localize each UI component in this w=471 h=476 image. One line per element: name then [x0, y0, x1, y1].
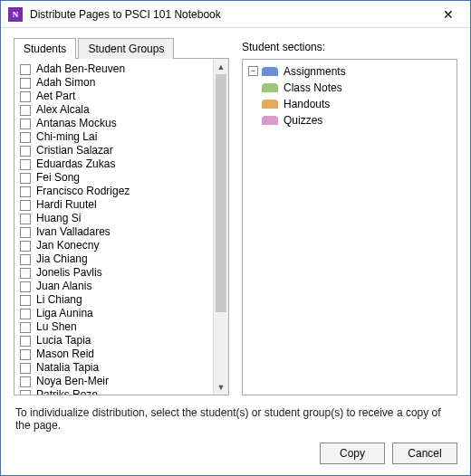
scroll-up-button[interactable]: ▲: [214, 59, 228, 74]
student-row[interactable]: Li Chiang: [16, 293, 211, 307]
student-checkbox[interactable]: [20, 146, 31, 157]
student-row[interactable]: Lucia Tapia: [16, 334, 211, 347]
student-row[interactable]: Fei Song: [16, 171, 211, 185]
student-checkbox[interactable]: [20, 78, 31, 89]
student-checkbox[interactable]: [20, 119, 31, 129]
student-name: Antanas Mockus: [36, 117, 117, 130]
student-row[interactable]: Cristian Salazar: [16, 144, 211, 157]
scroll-thumb[interactable]: [216, 74, 226, 312]
student-checkbox[interactable]: [20, 173, 31, 184]
student-checkbox[interactable]: [20, 254, 31, 265]
student-name: Hardi Ruutel: [36, 198, 97, 212]
scroll-track[interactable]: [214, 74, 228, 379]
student-row[interactable]: Aet Part: [16, 90, 211, 103]
student-row[interactable]: Antanas Mockus: [16, 117, 211, 130]
section-item[interactable]: Assignments: [262, 63, 346, 80]
section-label: Class Notes: [284, 80, 342, 96]
student-name: Noya Ben-Meir: [36, 375, 109, 388]
student-row[interactable]: Jonelis Pavlis: [16, 266, 211, 280]
student-checkbox[interactable]: [20, 322, 31, 333]
student-checkbox[interactable]: [20, 64, 31, 75]
section-item[interactable]: Handouts: [262, 96, 346, 112]
student-checkbox[interactable]: [20, 268, 31, 279]
sections-tree: − AssignmentsClass NotesHandoutsQuizzes: [242, 59, 457, 395]
student-row[interactable]: Patriks Roze: [16, 388, 211, 395]
student-name: Juan Alanis: [36, 280, 91, 293]
student-row[interactable]: Huang Si: [16, 212, 211, 225]
close-button[interactable]: ✕: [430, 2, 466, 27]
student-checkbox[interactable]: [20, 91, 31, 102]
tab-label: Students: [24, 43, 66, 55]
tab-student-groups[interactable]: Student Groups: [78, 38, 174, 59]
sections-list: AssignmentsClass NotesHandoutsQuizzes: [262, 63, 346, 129]
section-tab-icon: [262, 116, 278, 125]
student-name: Liga Aunina: [36, 307, 93, 320]
section-label: Quizzes: [284, 112, 322, 129]
tree-root: − AssignmentsClass NotesHandoutsQuizzes: [248, 63, 451, 129]
student-row[interactable]: Liga Aunina: [16, 307, 211, 320]
section-tab-icon: [262, 67, 278, 76]
student-checkbox[interactable]: [20, 227, 31, 238]
student-name: Natalia Tapia: [36, 361, 99, 375]
student-checkbox[interactable]: [20, 336, 31, 347]
student-name: Cristian Salazar: [36, 144, 113, 157]
students-list[interactable]: Adah Ben-ReuvenAdah SimonAet PartAlex Al…: [14, 59, 213, 395]
student-row[interactable]: Eduardas Zukas: [16, 157, 211, 171]
onenote-icon: N: [8, 7, 23, 22]
student-checkbox[interactable]: [20, 309, 31, 319]
student-name: Ivan Valladares: [36, 225, 111, 239]
scroll-down-button[interactable]: ▼: [214, 379, 228, 395]
student-row[interactable]: Alex Alcala: [16, 103, 211, 117]
student-checkbox[interactable]: [20, 186, 31, 197]
cancel-button[interactable]: Cancel: [392, 443, 457, 464]
section-tab-icon: [262, 83, 278, 92]
tab-students[interactable]: Students: [14, 38, 76, 59]
student-checkbox[interactable]: [20, 200, 31, 211]
student-checkbox[interactable]: [20, 390, 31, 395]
section-label: Assignments: [284, 63, 346, 80]
student-checkbox[interactable]: [20, 376, 31, 387]
student-name: Adah Simon: [36, 76, 95, 90]
scrollbar[interactable]: ▲ ▼: [213, 59, 228, 395]
student-checkbox[interactable]: [20, 159, 31, 170]
sections-panel: Student sections: − AssignmentsClass Not…: [242, 37, 457, 395]
student-name: Alex Alcala: [36, 103, 90, 117]
students-listbox: Adah Ben-ReuvenAdah SimonAet PartAlex Al…: [14, 58, 229, 395]
student-checkbox[interactable]: [20, 214, 31, 224]
student-checkbox[interactable]: [20, 295, 31, 306]
section-item[interactable]: Quizzes: [262, 112, 346, 129]
student-row[interactable]: Adah Simon: [16, 76, 211, 90]
button-label: Cancel: [408, 447, 441, 460]
student-row[interactable]: Natalia Tapia: [16, 361, 211, 375]
window-title: Distribute Pages to PSCI 101 Notebook: [30, 8, 430, 21]
student-row[interactable]: Ivan Valladares: [16, 225, 211, 239]
tree-collapse-toggle[interactable]: −: [248, 66, 258, 76]
student-checkbox[interactable]: [20, 349, 31, 360]
copy-button[interactable]: Copy: [320, 443, 385, 464]
student-checkbox[interactable]: [20, 363, 31, 374]
student-row[interactable]: Mason Reid: [16, 347, 211, 361]
sections-heading: Student sections:: [242, 37, 457, 59]
student-name: Chi-ming Lai: [36, 130, 97, 144]
student-checkbox[interactable]: [20, 105, 31, 116]
student-row[interactable]: Juan Alanis: [16, 280, 211, 293]
student-checkbox[interactable]: [20, 281, 31, 292]
student-row[interactable]: Hardi Ruutel: [16, 198, 211, 212]
section-item[interactable]: Class Notes: [262, 80, 346, 96]
student-row[interactable]: Adah Ben-Reuven: [16, 62, 211, 76]
student-checkbox[interactable]: [20, 132, 31, 143]
student-checkbox[interactable]: [20, 241, 31, 252]
section-label: Handouts: [284, 96, 330, 112]
student-row[interactable]: Francisco Rodrigez: [16, 185, 211, 198]
student-name: Aet Part: [36, 90, 75, 103]
student-name: Huang Si: [36, 212, 81, 225]
student-row[interactable]: Noya Ben-Meir: [16, 375, 211, 388]
student-row[interactable]: Jia Chiang: [16, 252, 211, 266]
student-name: Li Chiang: [36, 293, 82, 307]
student-row[interactable]: Jan Konecny: [16, 239, 211, 252]
student-row[interactable]: Lu Shen: [16, 320, 211, 334]
student-name: Fei Song: [36, 171, 80, 185]
titlebar: N Distribute Pages to PSCI 101 Notebook …: [1, 1, 470, 28]
student-row[interactable]: Chi-ming Lai: [16, 130, 211, 144]
tab-label: Student Groups: [88, 43, 164, 55]
